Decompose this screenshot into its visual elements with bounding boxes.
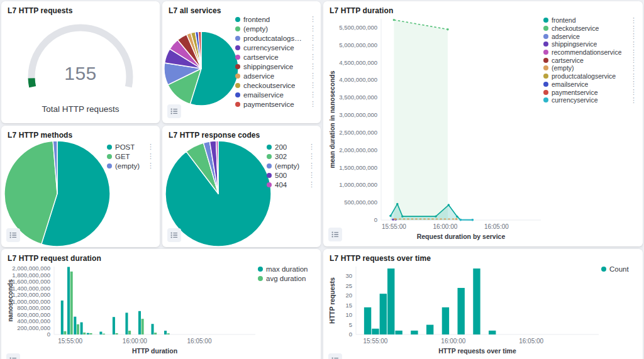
legend-label: max duration bbox=[266, 265, 308, 273]
legend-toggle-button[interactable] bbox=[6, 228, 20, 242]
legend-item[interactable]: adservice⋮ bbox=[543, 32, 638, 40]
panel-title: L7 HTTP duration bbox=[323, 1, 643, 16]
legend-item[interactable]: shippingservice⋮ bbox=[235, 62, 317, 71]
services-pie-chart[interactable] bbox=[163, 30, 240, 107]
kebab-vertical-icon[interactable]: ⋮ bbox=[308, 181, 316, 188]
legend-item[interactable]: emailservice⋮ bbox=[543, 80, 638, 89]
kebab-vertical-icon[interactable]: ⋮ bbox=[147, 153, 155, 160]
legend-color-dot bbox=[258, 267, 263, 272]
legend-toggle-button[interactable] bbox=[167, 228, 181, 242]
kebab-vertical-icon[interactable]: ⋮ bbox=[309, 82, 317, 89]
legend-label: recommendationservice bbox=[552, 48, 621, 56]
kebab-vertical-icon[interactable]: ⋮ bbox=[630, 17, 638, 24]
legend-label: currencyservice bbox=[552, 96, 598, 104]
svg-text:5,000,000,000: 5,000,000,000 bbox=[339, 41, 377, 48]
kebab-vertical-icon[interactable]: ⋮ bbox=[630, 65, 638, 72]
kebab-vertical-icon[interactable]: ⋮ bbox=[309, 101, 317, 108]
kebab-vertical-icon[interactable]: ⋮ bbox=[309, 53, 317, 60]
kebab-vertical-icon[interactable]: ⋮ bbox=[147, 143, 155, 150]
legend-toggle-button[interactable] bbox=[328, 228, 342, 241]
kebab-vertical-icon[interactable]: ⋮ bbox=[309, 35, 317, 41]
kebab-vertical-icon[interactable]: ⋮ bbox=[630, 57, 638, 64]
legend-color-dot bbox=[235, 102, 240, 107]
svg-text:1,800,000,000: 1,800,000,000 bbox=[12, 272, 50, 279]
kebab-vertical-icon[interactable]: ⋮ bbox=[630, 33, 638, 40]
svg-text:0: 0 bbox=[374, 216, 377, 223]
legend-color-dot bbox=[235, 74, 240, 79]
requests-over-time-bar-chart[interactable]: 05101520253015:55:0016:00:0016:05:00HTTP… bbox=[328, 263, 601, 356]
legend: frontend⋮checkoutservice⋮adservice⋮shipp… bbox=[543, 15, 638, 241]
legend-item[interactable]: cartservice⋮ bbox=[235, 52, 317, 62]
kebab-vertical-icon[interactable]: ⋮ bbox=[630, 73, 638, 80]
legend-item[interactable]: checkoutservice⋮ bbox=[235, 80, 317, 90]
legend-color-dot bbox=[235, 55, 240, 60]
kebab-vertical-icon[interactable]: ⋮ bbox=[309, 63, 317, 70]
legend-item[interactable]: frontend⋮ bbox=[235, 14, 317, 24]
kebab-vertical-icon[interactable]: ⋮ bbox=[308, 162, 316, 169]
legend-list-icon bbox=[170, 231, 178, 239]
kebab-vertical-icon[interactable]: ⋮ bbox=[309, 72, 317, 79]
svg-text:0: 0 bbox=[349, 331, 352, 338]
duration-line-chart[interactable]: 0500,000,0001,000,000,0001,500,000,0002,… bbox=[328, 15, 543, 241]
legend-item[interactable]: 302⋮ bbox=[267, 152, 316, 161]
legend-item[interactable]: POST⋮ bbox=[107, 142, 155, 152]
legend-label: 302 bbox=[275, 153, 287, 160]
legend-item[interactable]: max duration bbox=[258, 264, 316, 273]
legend-color-dot bbox=[267, 163, 272, 168]
legend-item[interactable]: productcatalogservice⋮ bbox=[235, 33, 317, 43]
legend-item[interactable]: currencyservice⋮ bbox=[235, 43, 317, 52]
legend-item[interactable]: Count bbox=[601, 264, 638, 273]
legend-label: Count bbox=[609, 265, 629, 273]
kebab-vertical-icon[interactable]: ⋮ bbox=[630, 49, 638, 56]
legend-item[interactable]: adservice⋮ bbox=[235, 71, 317, 80]
legend-item[interactable]: 500⋮ bbox=[267, 170, 316, 180]
legend-list-icon bbox=[170, 108, 178, 115]
kebab-vertical-icon[interactable]: ⋮ bbox=[630, 97, 638, 104]
request-duration-bar-chart[interactable]: 0200,000,000400,000,000600,000,000800,00… bbox=[6, 263, 258, 356]
legend-item[interactable]: avg duration bbox=[258, 273, 316, 283]
svg-text:5: 5 bbox=[349, 321, 352, 328]
kebab-vertical-icon[interactable]: ⋮ bbox=[308, 153, 316, 160]
kebab-vertical-icon[interactable]: ⋮ bbox=[630, 41, 638, 48]
legend-item[interactable]: paymentservice⋮ bbox=[235, 99, 317, 109]
legend-item[interactable]: (empty)⋮ bbox=[107, 161, 155, 170]
svg-text:16:00:00: 16:00:00 bbox=[123, 338, 147, 345]
svg-text:mean duration in nanoseconds: mean duration in nanoseconds bbox=[328, 70, 336, 168]
svg-text:4,500,000,000: 4,500,000,000 bbox=[339, 59, 377, 66]
legend-item[interactable]: productcatalogservice⋮ bbox=[543, 72, 638, 80]
legend-item[interactable]: (empty)⋮ bbox=[235, 24, 317, 33]
kebab-vertical-icon[interactable]: ⋮ bbox=[630, 89, 638, 96]
kebab-vertical-icon[interactable]: ⋮ bbox=[630, 80, 638, 87]
legend-item[interactable]: 200⋮ bbox=[267, 142, 316, 152]
kebab-vertical-icon[interactable]: ⋮ bbox=[630, 25, 638, 32]
kebab-vertical-icon[interactable]: ⋮ bbox=[147, 162, 155, 169]
legend-toggle-button[interactable] bbox=[6, 353, 20, 359]
legend-item[interactable]: checkoutservice⋮ bbox=[543, 25, 638, 33]
legend-item[interactable]: paymentservice⋮ bbox=[543, 88, 638, 96]
legend-label: frontend bbox=[243, 16, 270, 23]
legend-toggle-button[interactable] bbox=[167, 104, 181, 118]
gauge-caption: Total HTTP requests bbox=[1, 104, 160, 114]
legend-item[interactable]: cartservice⋮ bbox=[543, 56, 638, 64]
legend-item[interactable]: frontend⋮ bbox=[543, 16, 638, 25]
legend-color-dot bbox=[267, 173, 272, 178]
legend-item[interactable]: (empty)⋮ bbox=[543, 64, 638, 72]
legend-item[interactable]: 404⋮ bbox=[267, 180, 316, 189]
kebab-vertical-icon[interactable]: ⋮ bbox=[309, 44, 317, 51]
legend-label: paymentservice bbox=[552, 89, 598, 96]
kebab-vertical-icon[interactable]: ⋮ bbox=[309, 25, 317, 32]
kebab-vertical-icon[interactable]: ⋮ bbox=[309, 91, 317, 98]
legend-item[interactable]: (empty)⋮ bbox=[267, 161, 316, 170]
legend-item[interactable]: currencyservice⋮ bbox=[543, 96, 638, 104]
legend-item[interactable]: GET⋮ bbox=[107, 152, 155, 161]
kebab-vertical-icon[interactable]: ⋮ bbox=[309, 16, 317, 23]
legend-item[interactable]: recommendationservice⋮ bbox=[543, 48, 638, 57]
kebab-vertical-icon[interactable]: ⋮ bbox=[308, 172, 316, 179]
legend-toggle-button[interactable] bbox=[328, 353, 342, 359]
kebab-vertical-icon[interactable]: ⋮ bbox=[308, 143, 316, 150]
legend-item[interactable]: shippingservice⋮ bbox=[543, 40, 638, 48]
legend-color-dot bbox=[543, 74, 548, 79]
legend-item[interactable]: emailservice⋮ bbox=[235, 90, 317, 99]
legend-label: emailservice bbox=[243, 91, 284, 99]
panel-title: L7 HTTP methods bbox=[1, 126, 160, 141]
